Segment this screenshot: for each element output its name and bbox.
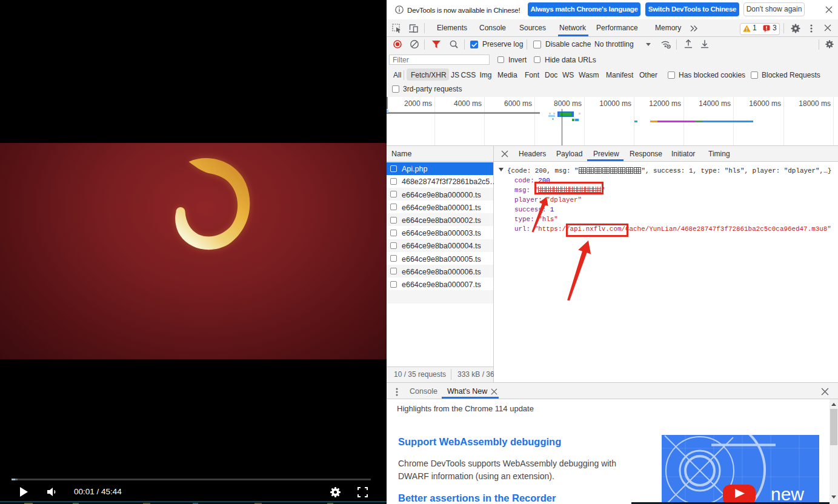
svg-text:new: new (771, 484, 804, 502)
